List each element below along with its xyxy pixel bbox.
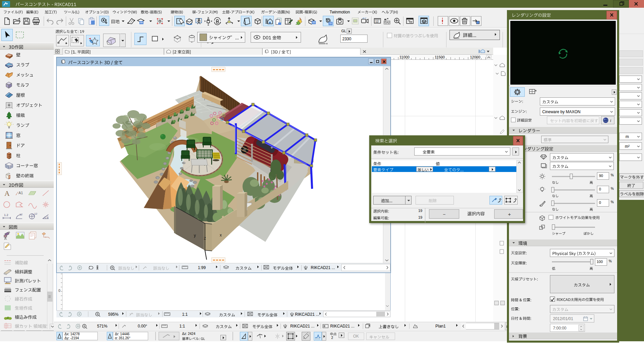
svg-text:12: 12 <box>375 20 379 23</box>
svg-text:1.2: 1.2 <box>4 213 8 217</box>
svg-text:A1: A1 <box>18 191 23 195</box>
svg-text:z: z <box>204 236 206 241</box>
svg-text:12: 12 <box>34 212 37 215</box>
svg-text:y: y <box>194 233 196 238</box>
svg-text:α: α <box>47 216 48 219</box>
svg-text:A: A <box>4 189 10 197</box>
svg-text:x: x <box>220 233 222 237</box>
svg-text:12: 12 <box>19 213 23 216</box>
svg-text:i: i <box>610 118 611 123</box>
